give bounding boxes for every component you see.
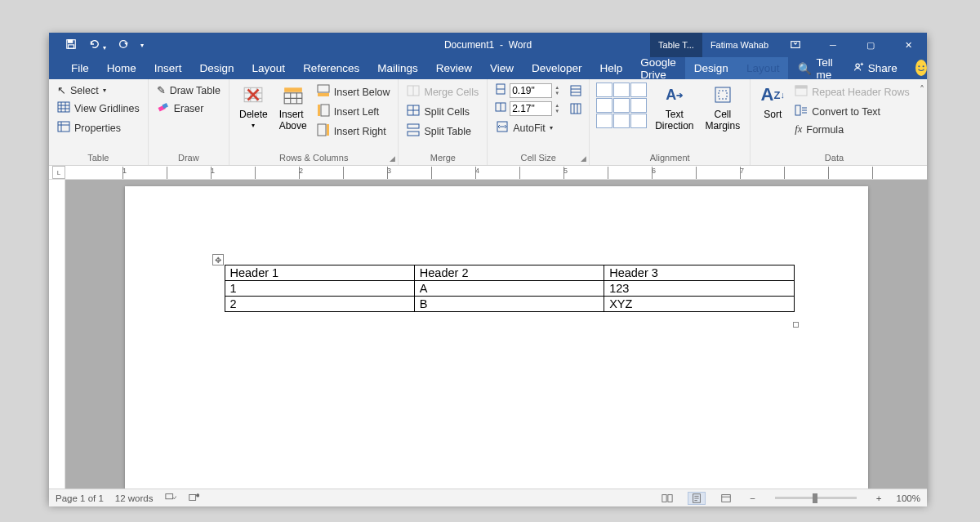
split-cells-button[interactable]: Split Cells <box>405 102 480 121</box>
tab-help[interactable]: Help <box>591 57 632 79</box>
customize-qat-icon[interactable]: ▾ <box>140 42 144 49</box>
align-tc[interactable] <box>613 83 630 97</box>
minimize-button[interactable]: ─ <box>814 33 852 57</box>
redo-icon[interactable] <box>118 38 129 52</box>
table-cell[interactable]: B <box>414 297 604 312</box>
document-page[interactable]: ✥ Header 1 Header 2 Header 3 1 A 123 2 B <box>125 186 868 489</box>
document-table[interactable]: Header 1 Header 2 Header 3 1 A 123 2 B X… <box>225 265 795 312</box>
repeat-header-icon <box>795 84 808 100</box>
cell-size-launcher[interactable]: ◢ <box>581 154 586 163</box>
autofit-button[interactable]: AutoFit▾ <box>494 118 564 137</box>
table-resize-handle[interactable] <box>793 322 799 328</box>
insert-above-button[interactable]: InsertAbove <box>276 83 310 132</box>
insert-right-button[interactable]: Insert Right <box>315 122 392 141</box>
table-move-handle[interactable]: ✥ <box>212 254 224 265</box>
cell-margins-button[interactable]: CellMargins <box>702 83 744 132</box>
tab-table-layout[interactable]: Layout <box>737 57 789 79</box>
tab-mailings[interactable]: Mailings <box>368 57 427 79</box>
tab-file[interactable]: File <box>62 57 98 79</box>
page-area[interactable]: ✥ Header 1 Header 2 Header 3 1 A 123 2 B <box>65 180 927 489</box>
table-cell[interactable]: A <box>414 281 604 297</box>
maximize-button[interactable]: ▢ <box>852 33 889 57</box>
table-cell[interactable]: 123 <box>604 281 794 297</box>
insert-left-button[interactable]: Insert Left <box>315 102 392 121</box>
align-bl[interactable] <box>596 114 612 128</box>
zoom-out-button[interactable]: − <box>746 493 759 503</box>
align-tr[interactable] <box>630 83 647 97</box>
table-cell[interactable]: 2 <box>225 297 414 312</box>
horizontal-ruler[interactable]: L 1 1 2 3 4 5 6 7 <box>49 166 927 180</box>
rows-cols-launcher[interactable]: ◢ <box>390 154 395 163</box>
zoom-level[interactable]: 100% <box>897 493 920 503</box>
select-button[interactable]: ↖Select▾ <box>56 83 141 98</box>
spell-check-icon[interactable] <box>165 492 176 505</box>
tell-me-search[interactable]: 🔍 Tell me <box>788 57 842 79</box>
row-height-icon <box>494 83 507 98</box>
web-layout-button[interactable] <box>717 492 735 505</box>
table-cell[interactable]: XYZ <box>604 297 794 312</box>
draw-table-button[interactable]: ✎Draw Table <box>155 83 222 98</box>
svg-rect-17 <box>321 105 329 116</box>
row-height-input[interactable]: ▲▼ <box>494 83 564 98</box>
distribute-cols-button[interactable] <box>569 102 582 118</box>
table-cell[interactable]: Header 3 <box>604 265 794 281</box>
tab-developer[interactable]: Developer <box>523 57 591 79</box>
table-tools-tab[interactable]: Table T... <box>650 33 702 57</box>
read-mode-button[interactable] <box>658 492 676 505</box>
ribbon-display-icon[interactable] <box>777 33 814 57</box>
tab-layout[interactable]: Layout <box>243 57 295 79</box>
tab-view[interactable]: View <box>481 57 523 79</box>
save-icon[interactable] <box>65 38 77 52</box>
macro-record-icon[interactable] <box>188 492 199 505</box>
align-bc[interactable] <box>613 114 630 128</box>
svg-rect-19 <box>318 124 326 136</box>
table-cell[interactable]: 1 <box>225 281 414 297</box>
user-name[interactable]: Fatima Wahab <box>702 33 777 57</box>
sort-button[interactable]: AZ↓ Sort <box>757 83 788 120</box>
distribute-rows-button[interactable] <box>569 84 582 100</box>
vertical-ruler[interactable] <box>49 180 65 489</box>
svg-rect-15 <box>318 85 329 92</box>
tab-home[interactable]: Home <box>98 57 145 79</box>
properties-button[interactable]: Properties <box>56 118 141 137</box>
page-indicator[interactable]: Page 1 of 1 <box>56 493 104 503</box>
svg-rect-33 <box>795 86 807 88</box>
share-button[interactable]: Share <box>843 57 907 79</box>
convert-to-text-button[interactable]: Convert to Text <box>793 102 911 121</box>
zoom-in-button[interactable]: + <box>873 493 885 503</box>
table-cell[interactable]: Header 1 <box>225 265 414 281</box>
undo-icon[interactable]: ▾ <box>88 38 106 52</box>
tab-google-drive[interactable]: Google Drive <box>631 57 685 79</box>
collapse-ribbon-button[interactable]: ˄ <box>918 79 927 165</box>
tab-selector[interactable]: L <box>52 166 65 179</box>
feedback-smiley-icon[interactable] <box>915 60 927 76</box>
tab-design[interactable]: Design <box>191 57 243 79</box>
tab-references[interactable]: References <box>294 57 368 79</box>
delete-button[interactable]: Delete▾ <box>236 83 271 129</box>
tab-insert[interactable]: Insert <box>145 57 191 79</box>
text-direction-button[interactable]: A➔ TextDirection <box>652 83 697 132</box>
close-button[interactable]: ✕ <box>889 33 927 57</box>
group-label-data: Data <box>757 150 911 165</box>
eraser-button[interactable]: Eraser <box>155 99 222 118</box>
group-data: AZ↓ Sort Repeat Header Rows Convert to T… <box>751 79 918 165</box>
align-tl[interactable] <box>596 83 612 97</box>
align-mc[interactable] <box>613 98 630 113</box>
tab-table-design[interactable]: Design <box>685 57 737 79</box>
align-br[interactable] <box>630 114 647 128</box>
col-width-input[interactable]: ▲▼ <box>494 100 564 116</box>
word-count[interactable]: 12 words <box>115 493 154 503</box>
table-cell[interactable]: Header 2 <box>414 265 604 281</box>
zoom-slider[interactable] <box>775 497 857 499</box>
tab-review[interactable]: Review <box>427 57 481 79</box>
print-layout-button[interactable] <box>688 492 706 505</box>
app-name: Word <box>509 39 532 51</box>
insert-below-button[interactable]: Insert Below <box>315 83 392 101</box>
align-ml[interactable] <box>596 98 612 113</box>
svg-rect-29 <box>571 104 581 114</box>
align-mr[interactable] <box>630 98 647 113</box>
split-table-button[interactable]: Split Table <box>405 122 480 141</box>
view-gridlines-button[interactable]: View Gridlines <box>56 99 141 118</box>
formula-button[interactable]: fxFormula <box>793 122 911 137</box>
group-rows-columns: Delete▾ InsertAbove Insert Below Insert … <box>229 79 399 165</box>
